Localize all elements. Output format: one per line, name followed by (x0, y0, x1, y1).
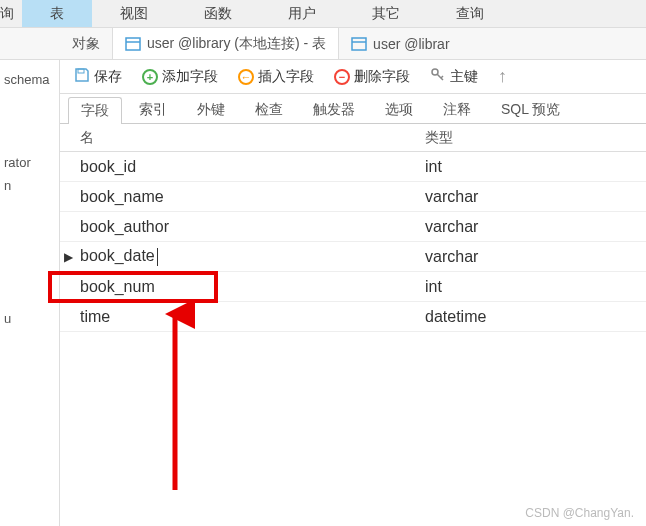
table-row[interactable]: timedatetime (60, 302, 646, 332)
top-menu-bar: 询 表 视图 函数 用户 其它 查询 (0, 0, 646, 28)
field-type-cell[interactable]: varchar (425, 248, 646, 266)
svg-rect-0 (126, 38, 140, 50)
field-name-cell[interactable]: book_id (80, 158, 425, 176)
menu-item-table[interactable]: 表 (22, 0, 92, 27)
tab-user-library-2[interactable]: user @librar (339, 28, 461, 59)
tab-label-user-library: user @library (本地连接) - 表 (147, 35, 326, 53)
watermark: CSDN @ChangYan. (525, 506, 634, 520)
table-row[interactable]: book_authorvarchar (60, 212, 646, 242)
menu-item-other[interactable]: 其它 (344, 0, 428, 27)
field-type-cell[interactable]: varchar (425, 218, 646, 236)
sub-tab-sql-preview[interactable]: SQL 预览 (488, 96, 573, 123)
table-row[interactable]: ▶book_datevarchar (60, 242, 646, 272)
minus-icon: − (334, 69, 350, 85)
sub-tabs: 字段 索引 外键 检查 触发器 选项 注释 SQL 预览 (60, 94, 646, 124)
sub-tab-fk[interactable]: 外键 (184, 96, 238, 123)
field-type-cell[interactable]: int (425, 278, 646, 296)
table-icon (125, 36, 141, 52)
field-name-cell[interactable]: book_name (80, 188, 425, 206)
header-type: 类型 (425, 129, 646, 147)
sub-tab-trigger[interactable]: 触发器 (300, 96, 368, 123)
svg-rect-2 (352, 38, 366, 50)
primary-key-button[interactable]: 主键 (424, 65, 484, 88)
table-row[interactable]: book_idint (60, 152, 646, 182)
menu-item-query[interactable]: 查询 (428, 0, 512, 27)
sidebar: schema rator n u (0, 60, 60, 526)
sub-tab-fields[interactable]: 字段 (68, 97, 122, 124)
insert-field-label: 插入字段 (258, 68, 314, 86)
sidebar-item[interactable]: u (4, 307, 55, 330)
table-row[interactable]: book_numint (60, 272, 646, 302)
tab-user-library[interactable]: user @library (本地连接) - 表 (112, 28, 339, 59)
field-type-cell[interactable]: datetime (425, 308, 646, 326)
delete-field-button[interactable]: − 删除字段 (328, 66, 416, 88)
primary-key-label: 主键 (450, 68, 478, 86)
plus-icon: + (142, 69, 158, 85)
save-label: 保存 (94, 68, 122, 86)
delete-field-label: 删除字段 (354, 68, 410, 86)
field-type-cell[interactable]: int (425, 158, 646, 176)
save-icon (74, 67, 90, 86)
sidebar-item[interactable]: rator (4, 151, 55, 174)
save-button[interactable]: 保存 (68, 65, 128, 88)
menu-item-function[interactable]: 函数 (176, 0, 260, 27)
add-field-button[interactable]: + 添加字段 (136, 66, 224, 88)
field-type-cell[interactable]: varchar (425, 188, 646, 206)
field-name-cell[interactable]: time (80, 308, 425, 326)
key-icon (430, 67, 446, 86)
insert-field-button[interactable]: ← 插入字段 (232, 66, 320, 88)
arrow-up-icon: ↑ (498, 66, 507, 87)
field-table-body: book_idintbook_namevarcharbook_authorvar… (60, 152, 646, 332)
field-name-cell[interactable]: book_author (80, 218, 425, 236)
sub-tab-check[interactable]: 检查 (242, 96, 296, 123)
field-name-cell[interactable]: book_date (80, 247, 425, 266)
toolbar: 保存 + 添加字段 ← 插入字段 − 删除字段 主键 ↑ (60, 60, 646, 94)
menu-item-view[interactable]: 视图 (92, 0, 176, 27)
sidebar-item[interactable]: n (4, 174, 55, 197)
header-name: 名 (80, 129, 425, 147)
table-icon (351, 36, 367, 52)
menu-item-user[interactable]: 用户 (260, 0, 344, 27)
main-area: 保存 + 添加字段 ← 插入字段 − 删除字段 主键 ↑ 字段 索引 外键 检查… (60, 60, 646, 526)
tab-label-objects: 对象 (72, 35, 100, 53)
sub-tab-comment[interactable]: 注释 (430, 96, 484, 123)
table-row[interactable]: book_namevarchar (60, 182, 646, 212)
edit-cursor (157, 248, 158, 266)
sidebar-item[interactable]: schema (4, 68, 55, 91)
tab-label-user-library-2: user @librar (373, 36, 449, 52)
field-name-cell[interactable]: book_num (80, 278, 425, 296)
arrow-left-icon: ← (238, 69, 254, 85)
move-up-button[interactable]: ↑ (492, 64, 513, 89)
sub-tab-options[interactable]: 选项 (372, 96, 426, 123)
row-marker-icon: ▶ (64, 250, 73, 264)
menu-item-query-partial[interactable]: 询 (0, 0, 22, 27)
sub-tab-index[interactable]: 索引 (126, 96, 180, 123)
svg-line-7 (441, 76, 443, 78)
add-field-label: 添加字段 (162, 68, 218, 86)
field-table-header: 名 类型 (60, 124, 646, 152)
tab-objects[interactable]: 对象 (60, 28, 112, 59)
tab-bar: 对象 user @library (本地连接) - 表 user @librar (0, 28, 646, 60)
